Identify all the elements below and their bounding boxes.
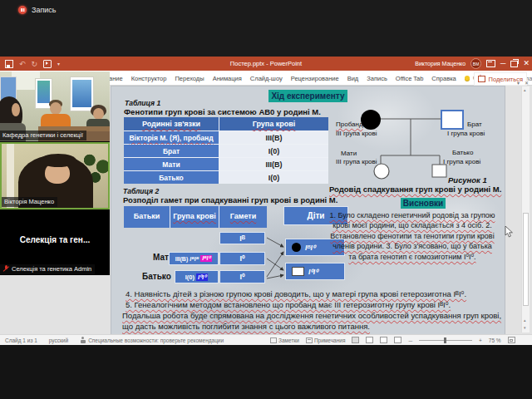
video-tile-admin[interactable]: Селекція та ген... Селекція та генетика … <box>0 210 110 275</box>
reading-view-icon[interactable] <box>380 337 387 343</box>
minimize-button[interactable]: ─ <box>500 60 505 67</box>
mother-genotype: IᴮIᴮ <box>190 256 199 262</box>
child1-genotype: IᴮI⁰ <box>305 244 315 252</box>
notes-icon <box>270 337 277 343</box>
doc-close-icon[interactable]: ✕ <box>525 80 529 86</box>
pedigree-father-square <box>432 165 446 177</box>
closing-text: Подальша робота буде спрямована на дослі… <box>122 311 511 332</box>
table1-header-relations: Родинні зв'язки <box>124 117 219 131</box>
collapse-ribbon-icon[interactable]: ▾ <box>517 80 520 86</box>
table1-header-blood: Група крові <box>219 117 328 131</box>
tab-record[interactable]: Запись <box>367 75 387 82</box>
recording-indicator[interactable]: Запись <box>18 6 57 14</box>
pedigree-proband-blood: III група крові <box>336 130 377 137</box>
ribbon-display-options-icon[interactable] <box>486 60 495 67</box>
tile3-name-label: Селекція та генетика Admin <box>12 265 91 273</box>
zoom-out-icon[interactable]: ─ <box>408 337 412 343</box>
mother-gamete: I⁰ <box>219 252 265 265</box>
normal-view-icon[interactable] <box>352 337 359 343</box>
pedigree-father-label: Батько <box>452 149 473 156</box>
tile3-display-name: Селекція та ген... <box>0 235 110 244</box>
statusbar-left: Слайд 1 из 1 русский Специальные возможн… <box>5 335 224 345</box>
note-4: 4. Наявність дітей з різною групою крові… <box>126 289 508 300</box>
table1-cell-blood: I(0) <box>219 171 328 184</box>
zoom-slider-thumb[interactable] <box>444 337 446 343</box>
zoom-in-icon[interactable]: + <box>479 337 482 343</box>
mother-phenotype: III(В) <box>175 256 189 262</box>
screen: Запись ↶ ↻ ▾ Постер.pptx - PowerPoint Ви… <box>0 0 532 399</box>
table1-cell-relation: Вікторія М. (Я), пробанд <box>124 131 219 144</box>
tab-office-tab[interactable]: Office Tab <box>396 75 424 82</box>
restore-button[interactable] <box>510 61 518 67</box>
account-name[interactable]: Виктория Маценко <box>415 61 466 66</box>
table1-cell-relation: Батько <box>124 171 219 184</box>
notes-button[interactable]: Заметки <box>270 337 299 343</box>
tab-transitions[interactable]: Переходы <box>175 75 204 82</box>
table1-cell-blood: III(В) <box>219 131 328 144</box>
recording-label: Запись <box>32 6 57 14</box>
filled-circle-icon <box>292 243 301 252</box>
zoom-slider[interactable] <box>419 340 472 341</box>
tab-slideshow[interactable]: Слайд-шоу <box>250 75 283 82</box>
conclusions-header: Висновки <box>401 198 446 209</box>
next-slide-icon[interactable]: ▾ <box>524 325 526 330</box>
table1-caption: Таблиця 1 <box>125 99 160 107</box>
person3-face <box>93 108 104 120</box>
slide-sorter-view-icon[interactable] <box>366 337 373 343</box>
pedigree-proband-circle <box>361 110 381 130</box>
document-tab-controls: ▾ ✕ <box>517 80 529 86</box>
comments-icon <box>306 337 313 343</box>
pedigree-brother-square <box>441 111 463 129</box>
lightbulb-icon <box>465 76 470 81</box>
table2-header-parents: Батьки <box>124 206 170 228</box>
zoom-percent[interactable]: 75 % <box>489 337 501 343</box>
father-phenotype: I(0) <box>185 273 195 281</box>
table1-cell-relation: Мати <box>124 158 219 170</box>
pedigree-father-blood: I група крові <box>443 158 480 165</box>
close-button[interactable]: ✕ <box>523 60 530 67</box>
table2-title: Розподіл гамет при спадкуванні груп кров… <box>123 195 337 204</box>
statusbar-right: Заметки Примечания ─ + 75 % <box>270 335 515 345</box>
video-tile-viktoria[interactable]: Вікторія Маценко <box>0 142 110 209</box>
scroll-up-icon[interactable]: ▴ <box>524 87 526 92</box>
fit-to-window-icon[interactable] <box>508 337 515 343</box>
table2-header-blood: Група крові <box>170 206 219 228</box>
father-gamete: I⁰ <box>219 270 265 283</box>
table1-cell-relation: Брат <box>124 145 219 157</box>
participants-panel: Кафедра генетики і селекції Вікторія Мац… <box>0 71 110 275</box>
father-row-label: Батько <box>142 272 171 281</box>
scrollbar-thumb[interactable] <box>523 213 529 306</box>
mouse-cursor <box>505 226 514 239</box>
pedigree-brother-label: Брат <box>467 121 482 128</box>
video-tile-department[interactable]: Кафедра генетики і селекції <box>0 71 110 141</box>
previous-slide-icon[interactable]: ▴ <box>524 318 526 323</box>
comments-button[interactable]: Примечания <box>306 337 346 343</box>
tab-design[interactable]: Конструктор <box>131 75 167 82</box>
figure-caption: Рисунок 1 <box>448 175 487 185</box>
inheritance-arrows <box>261 232 288 283</box>
slideshow-view-icon[interactable] <box>394 337 401 343</box>
mother-genotype-cell: III(В) IᴮIᴮ IᴮI⁰ <box>169 252 219 265</box>
language-indicator[interactable]: русский <box>49 337 68 343</box>
slide[interactable]: Хід експерименту Таблиця 1 Фенотипи груп… <box>111 86 505 336</box>
tab-animations[interactable]: Анимация <box>213 75 242 82</box>
tile2-name-label: Вікторія Маценко <box>2 197 57 207</box>
powerpoint-titlebar: ↶ ↻ ▾ Постер.pptx - PowerPoint Виктория … <box>0 57 532 71</box>
accessibility-checker[interactable]: Специальные возможности: проверьте реком… <box>80 337 224 343</box>
pedigree-mother-circle <box>374 164 389 179</box>
tab-view[interactable]: Вид <box>347 75 359 82</box>
meeting-top-bar: Запись <box>0 0 532 57</box>
table1: Родинні зв'язки Група крові Вікторія М. … <box>124 117 328 184</box>
mother-genotype-highlight: IᴮI⁰ <box>200 255 212 262</box>
table2-header: Батьки Група крові Гамети <box>124 206 267 228</box>
child2-genotype: I⁰I⁰ <box>308 268 318 276</box>
tab-help[interactable]: Справка <box>431 75 456 82</box>
tab-review[interactable]: Рецензирование <box>291 75 339 82</box>
note-5: 5. Генеалогічним методом встановлено що … <box>126 300 508 311</box>
vertical-scrollbar[interactable]: ▴ ▴ ▾ <box>521 86 530 332</box>
gamete-IB: Iᴮ <box>219 232 265 244</box>
conclusions-text: 1. Було складено генетичний родовід за г… <box>329 210 495 262</box>
meeting-bottom-bar <box>0 345 532 399</box>
father-genotype-highlight: I⁰I⁰ <box>196 273 208 281</box>
account-avatar[interactable]: ВМ <box>470 58 481 69</box>
